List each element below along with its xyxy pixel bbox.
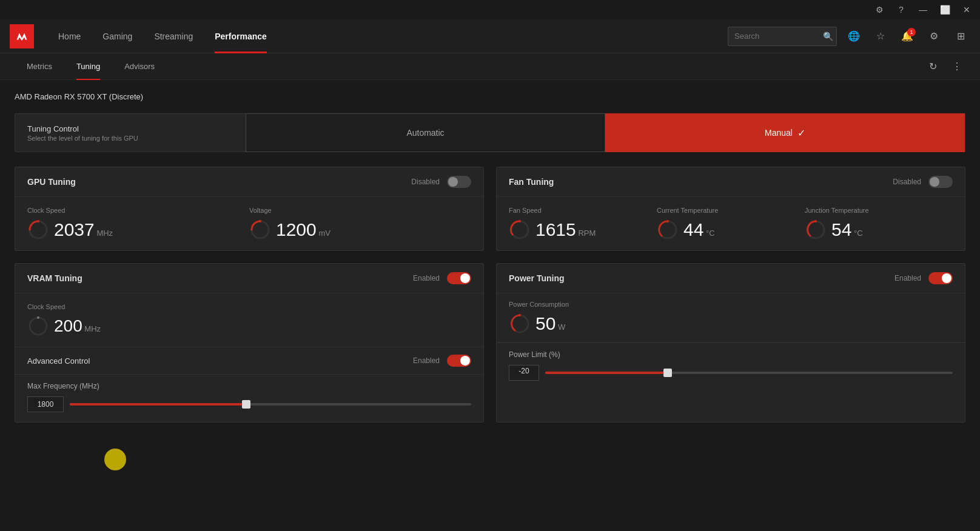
gpu-voltage-gauge <box>249 219 271 241</box>
power-limit-label: Power Limit (%) <box>509 350 953 359</box>
vram-tuning-header-right: Enabled <box>413 272 471 284</box>
advanced-control-toggle[interactable] <box>447 355 471 367</box>
tuning-option-automatic[interactable]: Automatic <box>246 113 605 152</box>
star-btn[interactable]: ☆ <box>871 27 890 46</box>
vram-tuning-card: VRAM Tuning Enabled Clock Speed <box>15 263 484 422</box>
gpu-tuning-header-right: Disabled <box>411 176 471 188</box>
power-consumption-unit: W <box>558 322 565 332</box>
layout-btn[interactable]: ⊞ <box>951 27 970 46</box>
nav-streaming[interactable]: Streaming <box>144 19 203 53</box>
power-consumption-gauge <box>509 313 531 335</box>
svg-point-11 <box>37 316 39 319</box>
minimize-btn[interactable]: — <box>915 1 931 18</box>
tab-advisors[interactable]: Advisors <box>112 53 167 80</box>
max-freq-slider-row <box>27 396 471 412</box>
max-freq-input[interactable] <box>27 396 64 412</box>
power-consumption-metric: Power Consumption 50 W <box>509 301 953 335</box>
power-consumption-number: 50 W <box>535 315 565 333</box>
refresh-btn[interactable]: ↻ <box>924 58 941 75</box>
power-tuning-header-right: Enabled <box>894 272 953 284</box>
search-input[interactable] <box>734 32 819 41</box>
power-limit-slider-thumb[interactable] <box>663 369 672 377</box>
gpu-tuning-header: GPU Tuning Disabled <box>15 167 483 197</box>
help-titlebar-btn[interactable]: ? <box>893 1 910 18</box>
nav-right: 🔍 🌐 ☆ 🔔 1 ⚙ ⊞ <box>728 27 970 46</box>
max-freq-slider-track <box>70 403 471 406</box>
settings-btn[interactable]: ⚙ <box>924 27 944 46</box>
current-temp-number: 44 °C <box>683 221 715 239</box>
current-temp-unit: °C <box>706 229 715 238</box>
nav-links: Home Gaming Streaming Performance <box>49 19 728 53</box>
bell-btn[interactable]: 🔔 1 <box>898 27 917 46</box>
fan-speed-number: 1615 RPM <box>535 221 596 239</box>
power-tuning-card: Power Tuning Enabled Power Consumption <box>496 263 965 422</box>
settings-titlebar-btn[interactable]: ⚙ <box>871 1 888 18</box>
junction-temp-number: 54 °C <box>831 221 863 239</box>
vram-clock-value-row: 200 MHz <box>27 315 461 337</box>
fan-speed-metric: Fan Speed 1615 RPM <box>509 207 657 241</box>
power-consumption-value-row: 50 W <box>509 313 943 335</box>
vram-clock-unit: MHz <box>84 324 101 333</box>
vram-tuning-status: Enabled <box>413 274 440 282</box>
nav-gaming[interactable]: Gaming <box>93 19 142 53</box>
gpu-tuning-status: Disabled <box>411 178 440 186</box>
gpu-voltage-label: Voltage <box>249 207 461 214</box>
svg-point-9 <box>814 220 817 222</box>
fan-tuning-body: Fan Speed 1615 RPM <box>497 197 965 250</box>
vram-tuning-toggle[interactable] <box>447 272 471 284</box>
power-limit-min-label: -20 <box>509 365 539 381</box>
svg-point-3 <box>259 220 261 222</box>
globe-btn[interactable]: 🌐 <box>844 27 864 46</box>
gpu-clock-unit: MHz <box>96 229 113 238</box>
vram-tuning-body: Clock Speed 200 MHz <box>15 293 483 347</box>
nav-bar: Home Gaming Streaming Performance 🔍 🌐 ☆ … <box>0 19 980 53</box>
gpu-tuning-body: Clock Speed 2037 MHz <box>15 197 483 250</box>
fan-tuning-title: Fan Tuning <box>509 177 554 187</box>
vram-clock-number: 200 MHz <box>54 318 101 335</box>
tab-tuning[interactable]: Tuning <box>64 53 112 80</box>
tuning-check-icon: ✓ <box>797 127 805 139</box>
svg-point-1 <box>37 220 39 222</box>
fan-tuning-header: Fan Tuning Disabled <box>497 167 965 197</box>
current-temp-gauge <box>657 219 679 241</box>
gpu-clock-label: Clock Speed <box>27 207 240 214</box>
fan-speed-value-row: 1615 RPM <box>509 219 647 241</box>
max-freq-label: Max Frequency (MHz) <box>27 382 471 390</box>
fan-speed-unit: RPM <box>578 229 596 238</box>
main-content: AMD Radeon RX 5700 XT (Discrete) Tuning … <box>0 80 980 531</box>
search-box[interactable]: 🔍 <box>728 27 837 46</box>
gpu-clock-number: 2037 MHz <box>54 221 113 239</box>
tuning-option-manual[interactable]: Manual ✓ <box>605 113 965 152</box>
tuning-control: Tuning Control Select the level of tunin… <box>15 113 965 152</box>
fan-tuning-status: Disabled <box>893 178 921 186</box>
vram-clock-label: Clock Speed <box>27 303 461 310</box>
more-btn[interactable]: ⋮ <box>948 58 965 75</box>
nav-home[interactable]: Home <box>49 19 90 53</box>
gpu-tuning-toggle[interactable] <box>447 176 471 188</box>
vram-clock-metrics: Clock Speed 200 MHz <box>27 303 471 337</box>
gpu-tuning-card: GPU Tuning Disabled Clock Speed <box>15 167 484 251</box>
fan-tuning-toggle[interactable] <box>928 176 953 188</box>
svg-point-13 <box>519 314 521 316</box>
power-tuning-toggle[interactable] <box>928 272 953 284</box>
current-temp-value-row: 44 °C <box>657 219 795 241</box>
close-btn[interactable]: ✕ <box>958 1 975 18</box>
sub-nav-actions: ↻ ⋮ <box>924 58 965 75</box>
power-tuning-header: Power Tuning Enabled <box>497 264 965 293</box>
cards-grid-top: GPU Tuning Disabled Clock Speed <box>15 167 965 251</box>
max-freq-slider-thumb[interactable] <box>242 400 250 409</box>
advanced-control-right: Enabled <box>413 355 471 367</box>
nav-performance[interactable]: Performance <box>205 19 277 53</box>
gpu-tuning-metrics: Clock Speed 2037 MHz <box>27 207 471 241</box>
vram-clock-metric: Clock Speed 200 MHz <box>27 303 471 337</box>
fan-speed-label: Fan Speed <box>509 207 647 214</box>
fan-tuning-metrics: Fan Speed 1615 RPM <box>509 207 953 241</box>
fan-speed-gauge <box>509 219 531 241</box>
power-consumption-label: Power Consumption <box>509 301 943 308</box>
svg-point-10 <box>30 318 47 335</box>
tuning-control-options: Automatic Manual ✓ <box>246 113 965 152</box>
vram-tuning-header: VRAM Tuning Enabled <box>15 264 483 293</box>
max-freq-section: Max Frequency (MHz) <box>15 375 483 422</box>
maximize-btn[interactable]: ⬜ <box>936 1 953 18</box>
tab-metrics[interactable]: Metrics <box>15 53 64 80</box>
